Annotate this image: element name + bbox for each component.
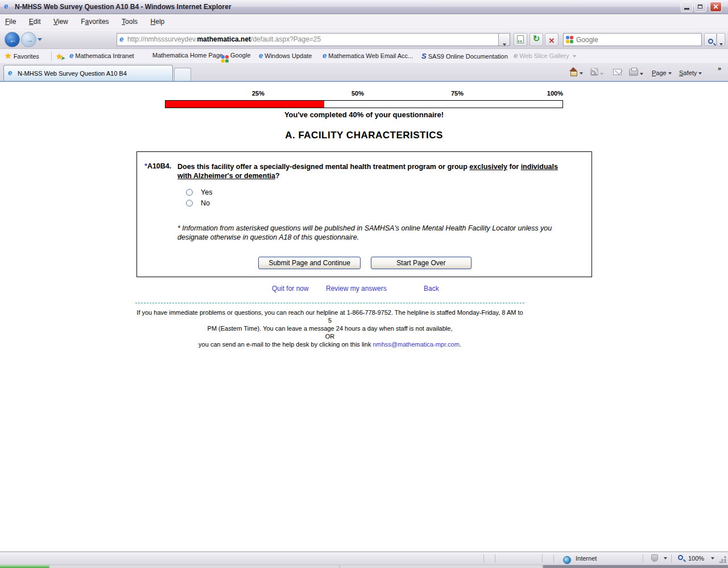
start-page-over-button[interactable]: Start Page Over — [371, 257, 471, 269]
menu-help[interactable]: Help — [146, 15, 170, 26]
minimize-icon — [684, 8, 689, 10]
google-favicon — [221, 55, 229, 63]
divider — [643, 554, 643, 563]
close-icon: ✕ — [710, 2, 721, 11]
restore-button[interactable] — [694, 2, 706, 12]
resize-grip[interactable] — [719, 556, 726, 563]
zoom-level: 100% — [688, 555, 704, 562]
menu-view[interactable]: View — [48, 15, 73, 26]
question-text: Does this facility offer a specially-des… — [177, 162, 584, 180]
add-favorites-button[interactable]: ★➤ — [56, 52, 63, 61]
review-my-answers-link[interactable]: Review my answers — [326, 285, 387, 293]
address-bar[interactable]: e http://nmhsssurveydev.mathematica.net/… — [117, 33, 499, 46]
progress-label-75: 75% — [429, 90, 464, 97]
chevron-down-icon — [668, 72, 672, 75]
internet-zone-indicator — [563, 554, 571, 565]
favorite-sas9-documentation[interactable]: S SAS9 Online Documentation — [421, 52, 508, 60]
forward-arrow-icon: → — [26, 36, 33, 44]
favorite-mathematica-web-email[interactable]: e Mathematica Web Email Acc... — [322, 52, 413, 59]
button-row: Submit Page and Continue Start Page Over — [137, 257, 593, 269]
favorite-google[interactable]: Google — [221, 52, 251, 61]
back-button[interactable]: ← — [5, 32, 20, 47]
compatibility-view-button[interactable] — [514, 33, 527, 46]
help-text: If you have immediate problems or questi… — [135, 308, 524, 348]
progress-label-50: 50% — [330, 90, 364, 97]
help-email-link[interactable]: nmhss@mathematica-mpr.com — [373, 341, 459, 348]
more-commands-button[interactable]: » — [718, 65, 721, 72]
divider — [553, 554, 554, 563]
menu-tools[interactable]: Tools — [117, 15, 143, 26]
favorite-web-slice-gallery[interactable]: e Web Slice Gallery — [514, 52, 576, 59]
sas-favicon: S — [421, 52, 427, 60]
recent-pages-dropdown[interactable] — [38, 38, 42, 41]
section-title: A. FACILITY CHARACTERISTICS — [0, 130, 728, 141]
back-link[interactable]: Back — [424, 285, 439, 293]
forward-button[interactable]: → — [21, 32, 36, 47]
search-box — [563, 33, 702, 46]
menu-file[interactable]: File — [0, 15, 21, 26]
plus-icon: ➤ — [61, 55, 65, 61]
print-button[interactable] — [629, 69, 643, 77]
radio-no[interactable] — [186, 200, 193, 207]
favorite-windows-update[interactable]: e Windows Update — [259, 52, 312, 59]
url-domain: mathematica.net — [197, 35, 251, 43]
stop-button[interactable]: ✕ — [545, 33, 559, 46]
feeds-button[interactable] — [590, 68, 603, 77]
star-icon: ★ — [5, 51, 12, 60]
ie-favicon: e — [514, 51, 518, 60]
taskbar-item-green[interactable] — [0, 565, 49, 568]
favorites-button[interactable]: ★ Favorites — [5, 51, 39, 60]
browser-window: e N-MHSS Web Survey Question A10 B4 - Wi… — [0, 0, 728, 568]
read-mail-button[interactable] — [613, 69, 622, 76]
search-button[interactable] — [704, 33, 717, 46]
radio-yes[interactable] — [186, 189, 193, 196]
search-icon — [708, 39, 713, 44]
progress-message: You've completed 40% of your questionnai… — [165, 110, 563, 119]
menu-edit[interactable]: Edit — [24, 15, 46, 26]
zone-label: Internet — [576, 555, 597, 562]
safety-menu-button[interactable]: Safety — [679, 69, 702, 76]
home-button[interactable] — [569, 67, 583, 76]
favorite-mathematica-intranet[interactable]: e Mathematica Intranet — [69, 52, 134, 59]
favorite-mathematica-home-page[interactable]: Mathematica Home Page — [152, 52, 223, 59]
zoom-icon — [678, 555, 683, 560]
minimize-button[interactable] — [681, 2, 693, 12]
new-tab-button[interactable] — [174, 68, 191, 81]
search-input[interactable] — [576, 34, 698, 45]
progress-bar-fill — [166, 101, 324, 108]
restore-icon — [698, 5, 702, 9]
chevron-down-icon — [640, 73, 643, 75]
home-icon — [569, 67, 578, 75]
close-button[interactable]: ✕ — [710, 2, 722, 12]
refresh-button[interactable]: ↻ — [530, 33, 543, 46]
address-dropdown-button[interactable] — [499, 33, 510, 46]
menu-favorites[interactable]: Favorites — [76, 15, 114, 26]
progress-label-100: 100% — [529, 90, 563, 97]
chevron-down-icon — [580, 72, 583, 75]
mail-icon — [613, 69, 622, 75]
tab-strip: e N-MHSS Web Survey Question A10 B4 Page… — [0, 64, 728, 82]
taskbar-item[interactable] — [50, 565, 339, 568]
url-prefix: http://nmhsssurveydev. — [127, 35, 197, 43]
printer-icon — [629, 69, 638, 76]
protected-mode-dropdown[interactable] — [664, 557, 667, 559]
option-no-label: No — [201, 199, 210, 207]
option-yes-label: Yes — [201, 188, 212, 196]
divider — [495, 554, 495, 563]
zoom-dropdown[interactable] — [711, 557, 714, 559]
taskbar-item[interactable] — [340, 565, 542, 568]
google-logo-icon — [566, 36, 573, 43]
ie-favicon: e — [322, 51, 326, 60]
dashed-divider — [135, 303, 524, 303]
page-menu-button[interactable]: Page — [652, 69, 672, 76]
quit-for-now-link[interactable]: Quit for now — [272, 285, 309, 293]
search-options-dropdown[interactable] — [717, 33, 725, 46]
rss-feed-icon — [590, 68, 598, 76]
chevron-down-icon — [719, 43, 723, 46]
submit-button[interactable]: Submit Page and Continue — [258, 257, 361, 269]
taskbar-item[interactable] — [543, 565, 728, 568]
tab-favicon: e — [8, 69, 12, 76]
tab-survey-page[interactable]: e N-MHSS Web Survey Question A10 B4 — [3, 65, 173, 81]
chevron-down-icon — [600, 73, 603, 75]
divider — [51, 51, 52, 61]
